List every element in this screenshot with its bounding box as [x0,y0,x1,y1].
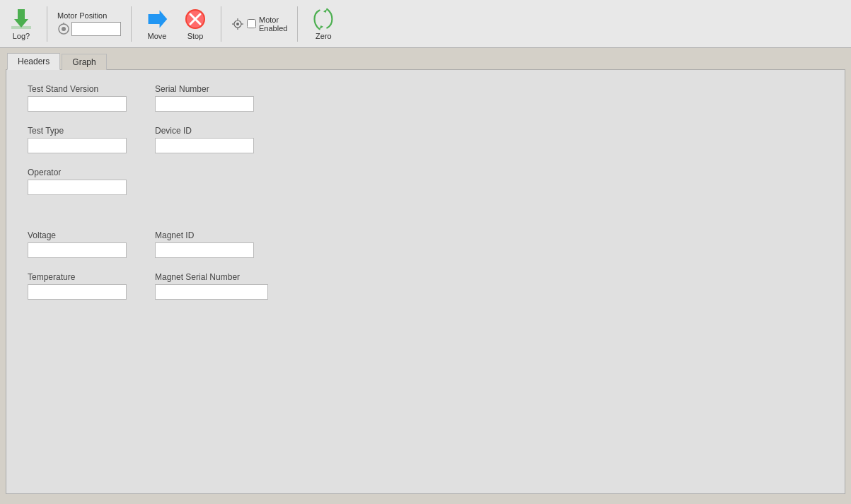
magnet-serial-number-field: Magnet Serial Number [155,272,268,300]
move-icon [146,8,168,30]
move-label: Move [148,32,167,40]
svg-point-12 [236,23,239,25]
svg-point-4 [62,27,66,31]
voltage-input[interactable] [28,242,127,258]
test-type-field: Test Type [28,126,127,153]
form-row-2: Test Type Device ID [28,126,823,153]
motor-enabled-sublabel: Enabled [259,24,287,33]
zero-icon [312,8,335,30]
device-id-label: Device ID [155,126,254,136]
log-icon [10,8,33,30]
move-button[interactable]: Move [141,6,173,42]
motor-position-input[interactable]: 0.000 [71,22,121,36]
test-stand-version-field: Test Stand Version [28,84,127,112]
section-gap [28,209,823,230]
serial-number-label: Serial Number [155,84,254,94]
magnet-serial-number-label: Magnet Serial Number [155,272,268,282]
content-area: Test Stand Version Serial Number Test Ty… [6,69,845,494]
voltage-field: Voltage [28,230,127,258]
stop-button[interactable]: Stop [180,6,211,42]
separator-1 [47,6,47,42]
test-type-label: Test Type [28,126,127,136]
motor-enabled-checkbox[interactable] [247,19,256,28]
temperature-input[interactable] [28,284,127,300]
svg-rect-0 [18,9,25,19]
motor-position-label: Motor Position [57,11,107,20]
stop-icon [184,8,207,30]
form-row-1: Test Stand Version Serial Number [28,84,823,112]
motor-label: Motor [259,16,287,24]
stop-label: Stop [187,32,204,40]
svg-marker-6 [149,10,168,28]
device-id-field: Device ID [155,126,254,153]
motor-position-group: Motor Position 0.000 [57,11,121,36]
operator-label: Operator [28,168,127,177]
zero-label: Zero [315,32,332,40]
form-row-4: Voltage Magnet ID [28,230,823,258]
log-button[interactable]: Log? [6,6,37,42]
tab-graph[interactable]: Graph [62,54,106,70]
zero-button[interactable]: Zero [308,6,339,42]
toolbar: Log? Motor Position 0.000 Move [0,0,851,48]
separator-3 [221,6,221,42]
form-row-3: Operator [28,168,823,195]
tab-headers[interactable]: Headers [7,53,60,70]
temperature-field: Temperature [28,272,127,300]
motor-enabled-icon [231,18,244,30]
separator-4 [297,6,298,42]
tab-bar: Headers Graph [0,48,851,69]
motor-enabled-row: Motor Enabled [231,16,287,33]
serial-number-input[interactable] [155,96,254,112]
test-stand-version-input[interactable] [28,96,127,112]
svg-rect-2 [11,26,31,29]
log-label: Log? [13,32,30,40]
magnet-id-input[interactable] [155,242,254,258]
serial-number-field: Serial Number [155,84,254,112]
voltage-label: Voltage [28,230,127,240]
separator-2 [131,6,132,42]
headers-form: Test Stand Version Serial Number Test Ty… [28,84,823,314]
motor-enabled-group: Motor Enabled [231,16,287,33]
motor-position-input-row: 0.000 [57,22,121,36]
magnet-id-field: Magnet ID [155,230,254,258]
test-type-input[interactable] [28,138,127,153]
operator-field: Operator [28,168,127,195]
magnet-serial-number-input[interactable] [155,284,268,300]
test-stand-version-label: Test Stand Version [28,84,127,94]
temperature-label: Temperature [28,272,127,282]
magnet-id-label: Magnet ID [155,230,254,240]
form-row-5: Temperature Magnet Serial Number [28,272,823,300]
operator-input[interactable] [28,180,127,195]
motor-position-icon [57,23,70,35]
device-id-input[interactable] [155,138,254,153]
